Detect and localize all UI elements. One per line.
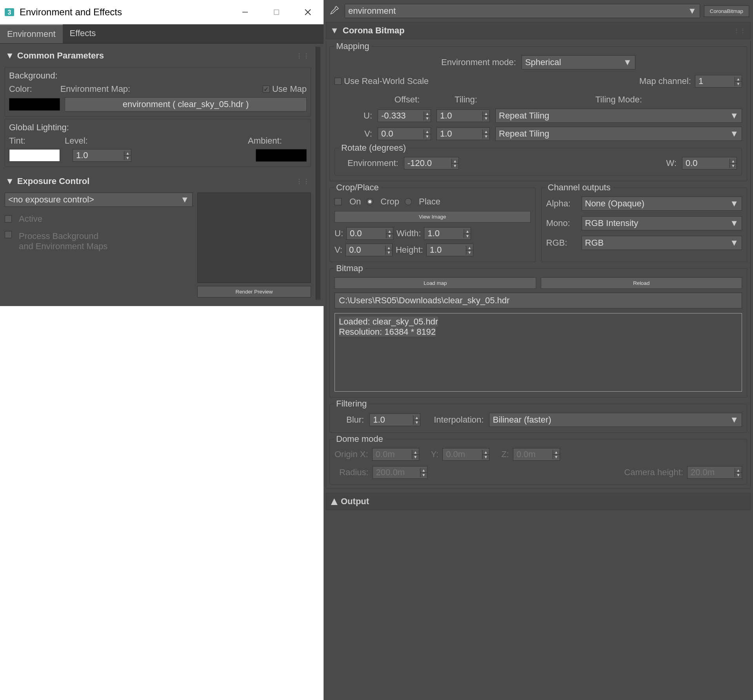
interpolation-dropdown[interactable]: Bilinear (faster)▼ xyxy=(489,413,742,427)
titlebar: 3 Environment and Effects xyxy=(0,0,324,24)
material-editor-panel: environment ▼ CoronaBitmap ▼ Corona Bitm… xyxy=(324,0,753,700)
crop-v-spinner[interactable]: 0.0▲▼ xyxy=(346,244,393,256)
chevron-right-icon: ▶ xyxy=(329,498,339,505)
level-label: Level: xyxy=(65,136,243,146)
spinner-arrows[interactable]: ▲▼ xyxy=(124,151,131,160)
crop-height-spinner[interactable]: 1.0▲▼ xyxy=(426,244,473,256)
minimize-button[interactable] xyxy=(237,4,253,20)
eyedropper-icon[interactable] xyxy=(327,4,341,18)
real-world-label: Use Real-World Scale xyxy=(344,76,429,86)
use-map-checkbox[interactable] xyxy=(263,86,270,93)
process-bg-label-1: Process Background xyxy=(19,231,107,241)
rollup-common-parameters[interactable]: ▼ Common Parameters ⋮⋮ xyxy=(3,47,313,65)
svg-rect-3 xyxy=(274,10,279,15)
u-tiling-spinner[interactable]: 1.0▲▼ xyxy=(437,109,490,122)
rotate-env-spinner[interactable]: -120.0▲▼ xyxy=(404,157,459,170)
fieldset-mapping: Mapping Environment mode: Spherical ▼ Us… xyxy=(329,46,747,181)
crop-width-spinner[interactable]: 1.0▲▼ xyxy=(424,227,471,240)
background-color-swatch[interactable] xyxy=(9,98,60,111)
v-offset-spinner[interactable]: 0.0▲▼ xyxy=(378,128,431,140)
fieldset-channel-outputs: Channel outputs Alpha: None (Opaque)▼ Mo… xyxy=(541,188,748,262)
group-legend: Global Lighting: xyxy=(9,122,69,133)
environment-map-button[interactable]: environment ( clear_sky_05.hdr ) xyxy=(65,97,307,111)
bitmap-path[interactable]: C:\Users\RS05\Downloads\clear_sky_05.hdr xyxy=(335,293,742,308)
real-world-checkbox[interactable] xyxy=(335,78,342,85)
environment-effects-window: 3 Environment and Effects Environment Ef… xyxy=(0,0,324,700)
tab-effects[interactable]: Effects xyxy=(63,24,103,43)
group-legend: Background: xyxy=(9,71,58,81)
crop-on-checkbox[interactable] xyxy=(335,198,342,205)
tint-label: Tint: xyxy=(9,136,60,146)
v-tiling-spinner[interactable]: 1.0▲▼ xyxy=(437,128,490,140)
use-map-label: Use Map xyxy=(272,84,307,94)
process-bg-label-2: and Environment Maps xyxy=(19,241,107,252)
rollup-corona-bitmap[interactable]: ▼ Corona Bitmap ⋮⋮ xyxy=(326,22,751,39)
view-image-button[interactable]: View Image xyxy=(335,211,531,222)
drag-handle-icon[interactable]: ⋮⋮ xyxy=(734,27,746,34)
exposure-preview xyxy=(197,193,311,283)
crop-u-spinner[interactable]: 0.0▲▼ xyxy=(346,227,393,240)
env-mode-dropdown[interactable]: Spherical ▼ xyxy=(522,55,635,69)
dome-camheight-spinner: 20.0m▲▼ xyxy=(687,466,742,479)
fieldset-filtering: Filtering Blur: 1.0▲▼ Interpolation: Bil… xyxy=(329,404,747,433)
envmap-label: Environment Map: xyxy=(60,84,258,94)
mono-dropdown[interactable]: RGB Intensity▼ xyxy=(582,216,742,230)
u-offset-spinner[interactable]: -0.333▲▼ xyxy=(378,109,431,122)
fieldset-crop-place: Crop/Place On Crop Place View Image U: 0… xyxy=(329,188,536,262)
svg-text:3: 3 xyxy=(8,9,11,16)
u-tiling-mode-dropdown[interactable]: Repeat Tiling▼ xyxy=(495,109,742,123)
load-map-button[interactable]: Load map xyxy=(335,277,536,289)
chevron-down-icon: ▼ xyxy=(180,195,189,205)
blur-spinner[interactable]: 1.0▲▼ xyxy=(369,414,420,426)
process-bg-checkbox xyxy=(5,231,12,238)
scrollbar[interactable] xyxy=(316,47,320,300)
place-radio[interactable] xyxy=(405,198,412,205)
dome-y-spinner: 0.0m▲▼ xyxy=(442,448,489,461)
rotate-w-spinner[interactable]: 0.0▲▼ xyxy=(682,157,737,170)
crop-radio[interactable] xyxy=(366,198,373,205)
render-preview-button[interactable]: Render Preview xyxy=(197,286,311,297)
close-button[interactable] xyxy=(300,4,316,20)
chevron-down-icon: ▼ xyxy=(623,57,632,67)
alpha-dropdown[interactable]: None (Opaque)▼ xyxy=(582,197,742,211)
reload-button[interactable]: Reload xyxy=(541,277,742,289)
ambient-swatch[interactable] xyxy=(256,149,307,162)
dome-radius-spinner: 200.0m▲▼ xyxy=(373,466,427,479)
tab-environment[interactable]: Environment xyxy=(0,24,63,43)
active-checkbox xyxy=(5,215,12,222)
dome-x-spinner: 0.0m▲▼ xyxy=(372,448,419,461)
rgb-dropdown[interactable]: RGB▼ xyxy=(582,236,742,250)
map-channel-label: Map channel: xyxy=(639,76,691,86)
drag-handle-icon[interactable]: ⋮⋮ xyxy=(296,178,310,185)
rollup-output[interactable]: ▶ Output xyxy=(326,493,751,510)
fieldset-rotate: Rotate (degrees) Environment: -120.0▲▼ W… xyxy=(335,148,742,175)
fieldset-dome-mode: Dome mode Origin X: 0.0m▲▼ Y: 0.0m▲▼ Z: … xyxy=(329,439,747,485)
v-tiling-mode-dropdown[interactable]: Repeat Tiling▼ xyxy=(495,127,742,141)
level-spinner[interactable]: 1.0 ▲▼ xyxy=(73,149,131,162)
rollup-title: Exposure Control xyxy=(17,176,90,186)
group-background: Background: Color: Environment Map: Use … xyxy=(5,67,311,117)
exposure-control-dropdown[interactable]: <no exposure control> ▼ xyxy=(5,193,193,207)
chevron-down-icon: ▼ xyxy=(688,6,697,16)
fieldset-bitmap: Bitmap Load map Reload C:\Users\RS05\Dow… xyxy=(329,268,747,397)
tint-swatch[interactable] xyxy=(9,149,60,162)
ambient-label: Ambient: xyxy=(248,136,307,146)
map-channel-spinner[interactable]: 1 ▲▼ xyxy=(695,75,742,88)
window-title: Environment and Effects xyxy=(20,7,237,18)
drag-handle-icon[interactable]: ⋮⋮ xyxy=(296,52,310,60)
active-label: Active xyxy=(19,214,42,224)
chevron-down-icon: ▼ xyxy=(330,26,339,36)
material-name-dropdown[interactable]: environment ▼ xyxy=(345,4,700,18)
chevron-down-icon: ▼ xyxy=(5,176,14,186)
dome-z-spinner: 0.0m▲▼ xyxy=(513,448,560,461)
maximize-button[interactable] xyxy=(269,4,284,20)
color-label: Color: xyxy=(9,84,32,94)
tabs: Environment Effects xyxy=(0,24,324,44)
rollup-exposure-control[interactable]: ▼ Exposure Control ⋮⋮ xyxy=(3,172,313,190)
env-mode-label: Environment mode: xyxy=(441,57,516,67)
group-global-lighting: Global Lighting: Tint: Level: Ambient: 1… xyxy=(5,119,311,167)
bitmap-info: Loaded: clear_sky_05.hdr Resolution: 163… xyxy=(335,313,742,392)
material-type-button[interactable]: CoronaBitmap xyxy=(704,5,749,17)
rollup-title: Common Parameters xyxy=(17,51,104,61)
app-icon: 3 xyxy=(3,6,16,18)
